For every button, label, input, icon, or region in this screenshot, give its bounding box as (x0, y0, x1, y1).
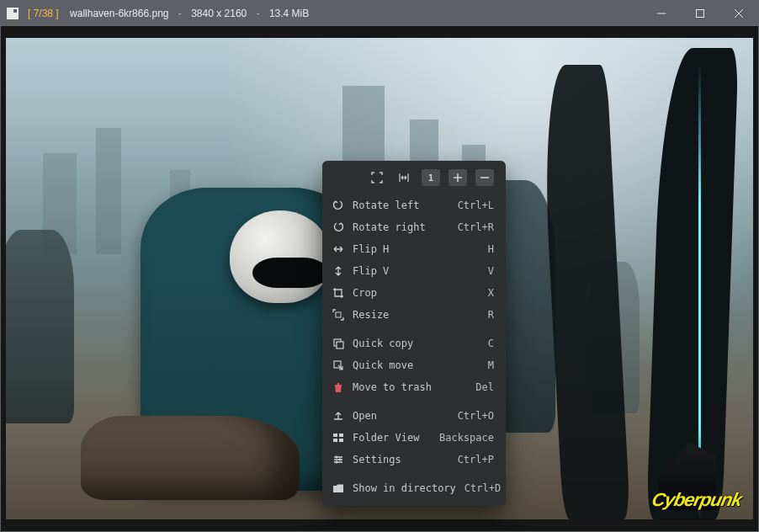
title-index: [ 7/38 ] (28, 8, 59, 19)
rotate-right-icon (332, 221, 344, 233)
menu-shortcut: H (488, 243, 494, 255)
menu-shortcut: X (488, 287, 494, 299)
fit-width-icon (398, 172, 410, 184)
menu-label: Resize (353, 309, 480, 321)
plus-icon (452, 172, 464, 184)
minimize-button[interactable] (642, 1, 681, 26)
close-button[interactable] (719, 1, 758, 26)
scale-label: 1 (428, 173, 434, 184)
menu-rotate-left[interactable]: Rotate leftCtrl+L (322, 194, 506, 216)
trash-icon (332, 381, 344, 393)
menu-label: Settings (353, 454, 449, 466)
menu-label: Flip H (353, 243, 480, 255)
rotate-left-icon (332, 200, 344, 211)
menu-shortcut: R (488, 309, 494, 321)
menu-resize[interactable]: ResizeR (322, 304, 506, 326)
app-icon (1, 1, 24, 26)
title-dimensions: 3840 x 2160 (191, 8, 247, 19)
open-icon (332, 410, 344, 422)
menu-quick-move[interactable]: Quick moveM (322, 354, 506, 376)
menu-shortcut: Ctrl+R (458, 221, 494, 233)
title-text: [ 7/38 ] wallhaven-6kr866.png - 3840 x 2… (24, 8, 309, 19)
menu-shortcut: M (488, 359, 494, 371)
title-sep2: - (250, 8, 267, 19)
move-icon (332, 359, 344, 371)
menu-flip-v[interactable]: Flip VV (322, 260, 506, 282)
menu-shortcut: Ctrl+P (458, 454, 494, 466)
menu-label: Move to trash (353, 381, 467, 393)
menu-shortcut: Del (475, 381, 494, 393)
menu-label: Show in directory (353, 482, 456, 494)
menu-settings[interactable]: SettingsCtrl+P (322, 449, 506, 471)
maximize-button[interactable] (681, 1, 719, 26)
title-sep1: - (172, 8, 188, 19)
menu-label: Flip V (353, 265, 480, 277)
folder-view-icon (332, 432, 344, 444)
menu-label: Crop (353, 287, 480, 299)
fit-to-screen-button[interactable] (368, 169, 386, 186)
menu-label: Rotate right (353, 221, 449, 233)
game-logo: Cyberpunk (650, 489, 743, 511)
menu-label: Quick move (353, 359, 480, 371)
menu-move-to-trash[interactable]: Move to trashDel (322, 376, 506, 398)
context-menu: 1 Rotate leftCtrl+LRotate rightCtrl+RFli… (322, 161, 506, 506)
minus-icon (479, 172, 491, 184)
menu-label: Rotate left (353, 200, 449, 211)
image-viewport[interactable]: Cyberpunk 1 Rotate l (1, 26, 758, 531)
menu-folder-view[interactable]: Folder ViewBackspace (322, 427, 506, 449)
menu-label: Quick copy (353, 338, 480, 349)
settings-icon (332, 454, 344, 466)
show-dir-icon (332, 482, 344, 494)
title-size: 13.4 MiB (269, 8, 309, 19)
flip-v-icon (332, 265, 344, 277)
crop-icon (332, 287, 344, 299)
menu-shortcut: Ctrl+D (464, 482, 501, 494)
zoom-in-button[interactable] (448, 169, 467, 186)
menu-shortcut: Backspace (439, 432, 494, 444)
resize-icon (332, 309, 344, 321)
menu-shortcut: Ctrl+O (458, 410, 494, 422)
menu-label: Open (353, 410, 449, 422)
flip-h-icon (332, 243, 344, 255)
menu-label: Folder View (353, 432, 431, 444)
menu-open[interactable]: OpenCtrl+O (322, 405, 506, 427)
menu-show-in-directory[interactable]: Show in directoryCtrl+D (322, 477, 506, 499)
menu-flip-h[interactable]: Flip HH (322, 238, 506, 260)
menu-quick-copy[interactable]: Quick copyC (322, 332, 506, 354)
menu-shortcut: C (488, 338, 494, 349)
fit-width-button[interactable] (395, 169, 413, 186)
menu-shortcut: V (488, 265, 494, 277)
titlebar: [ 7/38 ] wallhaven-6kr866.png - 3840 x 2… (1, 1, 758, 26)
menu-crop[interactable]: CropX (322, 282, 506, 304)
menu-rotate-right[interactable]: Rotate rightCtrl+R (322, 216, 506, 238)
fit-icon (371, 172, 383, 184)
context-toolbar: 1 (322, 169, 506, 194)
app-window: [ 7/38 ] wallhaven-6kr866.png - 3840 x 2… (0, 0, 759, 532)
menu-shortcut: Ctrl+L (458, 200, 494, 211)
title-filename: wallhaven-6kr866.png (70, 8, 168, 19)
scale-100-button[interactable]: 1 (422, 169, 440, 186)
zoom-out-button[interactable] (475, 169, 494, 186)
copy-icon (332, 338, 344, 349)
